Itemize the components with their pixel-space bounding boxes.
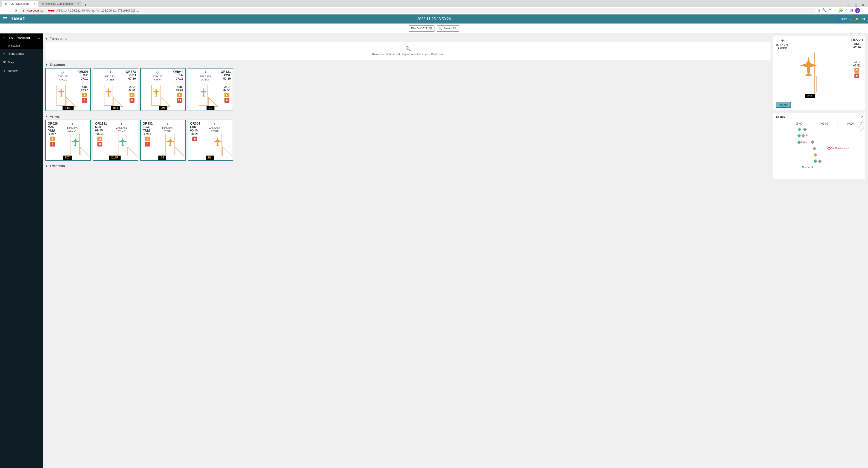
- calendar-icon: 📅: [429, 27, 432, 30]
- reload-button[interactable]: ⟳: [14, 8, 18, 13]
- status-badge: 2: [129, 93, 134, 97]
- arrival-card[interactable]: QR004 LHR 00:10 ✈ A380-388 A7APF ATA 00:…: [188, 120, 233, 161]
- task-marker[interactable]: [827, 147, 831, 151]
- sidebar-label: Allocation: [8, 44, 20, 47]
- task-marker[interactable]: [813, 153, 817, 157]
- zoom-in-button[interactable]: +: [859, 120, 864, 125]
- collapse-toggle[interactable]: ▼: [45, 37, 48, 40]
- user-icon: 👤: [837, 18, 840, 21]
- mail-icon[interactable]: ✉: [862, 18, 865, 21]
- sidebar-label: Reports: [8, 69, 18, 72]
- gate-label: D15R: [109, 156, 121, 160]
- new-tab-button[interactable]: +: [83, 3, 88, 7]
- expand-icon[interactable]: ⤢: [860, 115, 863, 119]
- profile-avatar[interactable]: O: [855, 8, 860, 13]
- task-marker[interactable]: [797, 134, 801, 138]
- plane-icon: ✈: [3, 52, 5, 55]
- status-badge: 2: [97, 136, 102, 141]
- url-path: ://141.144.224.221:4040/ords/f?p=128:200…: [56, 9, 140, 12]
- sidebar-item-map[interactable]: 🗺 Map: [0, 58, 43, 66]
- aircraft-type: A320-32A: [116, 127, 127, 130]
- task-row: 1st Bags loaded: [776, 145, 863, 152]
- detail-sched: 07:10: [851, 46, 863, 49]
- browser-tab-inactive[interactable]: ▧ Process Configuration ×: [39, 1, 82, 7]
- task-marker[interactable]: [798, 128, 802, 132]
- back-button[interactable]: ←: [2, 8, 6, 13]
- detail-reg: A7BBB: [776, 46, 789, 50]
- origin: LHR: [190, 125, 200, 129]
- side-panel-icon[interactable]: ▤: [850, 8, 853, 13]
- task-marker[interactable]: [813, 147, 816, 151]
- collapse-toggle[interactable]: ▼: [45, 115, 48, 118]
- maximize-icon[interactable]: ▢: [855, 3, 857, 7]
- sidebar-item-flight-details[interactable]: ✈ Flight Details: [0, 49, 43, 58]
- chevron-down-icon[interactable]: ⌄: [840, 3, 843, 7]
- flight-number: QR004: [190, 122, 200, 125]
- detail-actype: B777-77L: [776, 43, 789, 46]
- forward-button[interactable]: →: [8, 8, 12, 13]
- translate-icon[interactable]: ⎘: [817, 8, 819, 13]
- arrival-card[interactable]: QR332 LGW 07:35 ✈ A330-333 A7AEI ATA 07:…: [140, 120, 186, 161]
- reading-list-icon[interactable]: ≡: [845, 8, 847, 13]
- task-label: 1st Bags loaded: [831, 147, 849, 150]
- ata-label: ATA: [191, 129, 198, 132]
- browser-tab-active[interactable]: ▧ FLS - Dashboard ×: [2, 1, 38, 7]
- zoom-out-button[interactable]: −: [859, 126, 864, 131]
- sidebar-item-dashboard[interactable]: ◷ FLS - Dashboard ⌄: [0, 33, 43, 42]
- tasks-panel: Tasks ⤢ 05:00 06:00 07:00 St...Start...1…: [773, 113, 866, 179]
- departure-card[interactable]: ✈ B787-788 A7BCT QR321 CWL 07:25 ATD 07:…: [188, 68, 233, 111]
- share-icon[interactable]: ⇪: [829, 8, 831, 13]
- search-flight-box[interactable]: 🔍: [437, 25, 459, 32]
- user-menu[interactable]: 👤 fls01 ⌄: [837, 18, 851, 21]
- task-marker[interactable]: [801, 134, 805, 138]
- status-badge: 8: [192, 136, 197, 141]
- close-window-icon[interactable]: ✕: [862, 3, 864, 7]
- sidebar: ◷ FLS - Dashboard ⌄ Allocation ✈ Flight …: [0, 33, 43, 468]
- extensions-icon[interactable]: 🧩: [839, 8, 843, 13]
- search-input[interactable]: [443, 27, 457, 30]
- bookmark-icon[interactable]: ☆: [834, 8, 837, 13]
- task-row: [776, 126, 863, 133]
- collapse-toggle[interactable]: ▼: [45, 164, 48, 167]
- gate-label: A9: [159, 106, 167, 110]
- user-name: fls01: [842, 18, 848, 21]
- departure-card[interactable]: ✈ A35K-351 A7ANF QR944 SIN 07:15 ATD 08:…: [140, 68, 186, 111]
- takeoff-icon: ✈: [776, 38, 789, 43]
- sidebar-item-allocation[interactable]: Allocation: [0, 42, 43, 49]
- date-picker[interactable]: 25-NOV-2022 📅: [409, 25, 434, 32]
- arrival-card[interactable]: QR1131 MCT 07:15 ✈ A320-32A A7LAA ATA 06…: [93, 120, 138, 161]
- task-marker[interactable]: [813, 159, 817, 163]
- task-marker[interactable]: [803, 128, 807, 132]
- hamburger-icon[interactable]: [3, 17, 7, 21]
- task-marker[interactable]: [797, 141, 801, 144]
- empty-message: There is no flight arrival / departure l…: [372, 53, 444, 56]
- bell-icon[interactable]: 🔔: [855, 18, 859, 21]
- arrival-card[interactable]: QR028 MAN 00:05 ✈ A350-359 A7ALC ATA 23:…: [45, 120, 91, 161]
- origin: LGW: [143, 125, 153, 129]
- ata-label: ATA: [49, 129, 56, 132]
- landing-icon: ✈: [67, 122, 78, 127]
- app-title: HAMAD: [10, 17, 26, 22]
- takeoff-icon: ✈: [95, 70, 126, 75]
- tab-title: FLS - Dashboard: [9, 2, 29, 5]
- arrival-cards: QR028 MAN 00:05 ✈ A350-359 A7ALC ATA 23:…: [45, 120, 771, 162]
- address-bar[interactable]: ▲ Non sécurisé | https://141.144.224.221…: [20, 8, 816, 13]
- task-marker[interactable]: [818, 159, 822, 163]
- tab-favicon: ▧: [42, 2, 44, 5]
- sidebar-item-reports[interactable]: 🗎 Reports: [0, 66, 43, 75]
- minimize-icon[interactable]: —: [847, 3, 850, 7]
- aircraft-type: A380-388: [209, 127, 220, 130]
- departure-card[interactable]: ✈ B777-77L A7BBB QR773 GRU 07:10 ATD 07:…: [93, 68, 138, 111]
- collapse-toggle[interactable]: ▼: [45, 63, 48, 66]
- zoom-icon[interactable]: 🔍: [822, 8, 826, 13]
- kebab-menu-icon[interactable]: ⋮: [862, 8, 866, 13]
- destination: CWL: [221, 73, 231, 77]
- legend-button[interactable]: Legend: [776, 102, 791, 107]
- task-row: Start...: [776, 139, 863, 145]
- close-tab-icon[interactable]: ×: [77, 2, 79, 5]
- departure-card[interactable]: ✈ A320-320 A7ADD QR293 SJJ 07:10 ATD 07:…: [45, 68, 91, 111]
- landing-icon: ✈: [116, 122, 127, 127]
- status-badge: 8: [82, 98, 87, 103]
- task-marker[interactable]: [811, 141, 815, 144]
- close-tab-icon[interactable]: ×: [34, 2, 35, 5]
